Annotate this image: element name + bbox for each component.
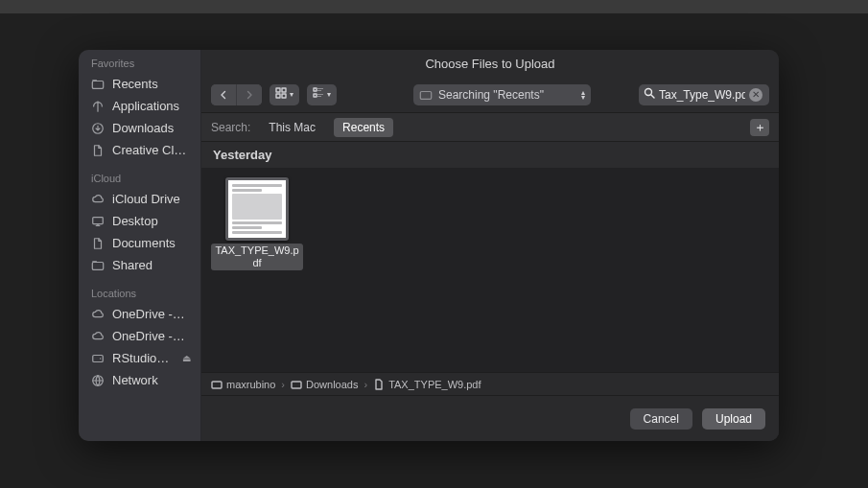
sidebar-item-icloud-drive[interactable]: iCloud Drive xyxy=(79,188,200,210)
sidebar-item-shared[interactable]: Shared xyxy=(79,254,200,276)
folder-icon xyxy=(291,379,302,390)
sidebar-item-onedrive-1[interactable]: OneDrive -… xyxy=(79,303,200,325)
svg-rect-14 xyxy=(314,94,317,97)
file-open-dialog: Favorites Recents Applications Downloads… xyxy=(79,50,779,441)
disk-icon xyxy=(91,352,105,365)
clock-folder-icon xyxy=(91,78,105,91)
sidebar-item-onedrive-2[interactable]: OneDrive -… xyxy=(79,325,200,347)
group-header: Yesterday xyxy=(201,142,779,168)
sidebar-section-icloud: iCloud xyxy=(79,165,200,188)
scope-label: Search: xyxy=(211,121,250,134)
svg-rect-7 xyxy=(276,88,280,92)
svg-rect-4 xyxy=(93,355,104,361)
main-panel: Choose Files to Upload ▾ ▾ Searc xyxy=(201,50,779,441)
clear-search-button[interactable]: ✕ xyxy=(749,88,762,102)
network-icon xyxy=(91,374,105,387)
folder-icon xyxy=(419,88,433,102)
file-icon xyxy=(373,379,385,390)
path-bar: maxrubino › Downloads › TAX_TYPE_W9.pdf xyxy=(201,372,779,395)
sidebar-label: Documents xyxy=(112,236,176,250)
path-segment-downloads[interactable]: Downloads xyxy=(291,379,358,390)
nav-forward-button[interactable] xyxy=(237,84,262,105)
view-mode-button[interactable]: ▾ xyxy=(270,84,299,105)
path-segment-user[interactable]: maxrubino xyxy=(211,379,275,390)
svg-rect-12 xyxy=(317,89,323,90)
sidebar-item-creative-cloud[interactable]: Creative Cl… xyxy=(79,139,200,161)
sidebar-label: Desktop xyxy=(112,214,158,228)
sidebar-label: Applications xyxy=(112,99,179,113)
sidebar-label: Recents xyxy=(112,77,158,91)
search-scope-bar: Search: This Mac Recents ＋ xyxy=(201,113,779,142)
sidebar-label: OneDrive -… xyxy=(112,307,185,321)
svg-rect-13 xyxy=(317,90,321,91)
svg-rect-8 xyxy=(282,88,286,92)
location-label: Searching "Recents" xyxy=(438,88,544,102)
eject-icon[interactable]: ⏏ xyxy=(182,353,191,363)
sidebar-item-desktop[interactable]: Desktop xyxy=(79,210,200,232)
svg-rect-15 xyxy=(317,95,323,96)
svg-rect-11 xyxy=(314,88,317,91)
sidebar-label: OneDrive -… xyxy=(112,329,185,343)
svg-rect-9 xyxy=(276,94,280,98)
sidebar: Favorites Recents Applications Downloads… xyxy=(79,50,201,441)
svg-rect-16 xyxy=(317,96,321,97)
file-name-label: TAX_TYPE_W9.pdf xyxy=(211,244,303,270)
sidebar-label: Network xyxy=(112,373,158,387)
downloads-icon xyxy=(91,122,105,135)
location-popup[interactable]: Searching "Recents" ▴▾ xyxy=(413,84,591,105)
sidebar-item-network[interactable]: Network xyxy=(79,369,200,391)
desktop-icon xyxy=(91,215,105,228)
grid-icon xyxy=(275,87,287,102)
add-scope-button[interactable]: ＋ xyxy=(750,119,769,136)
svg-rect-2 xyxy=(93,217,104,223)
dialog-footer: Cancel Upload xyxy=(201,395,779,441)
search-input[interactable] xyxy=(659,88,745,102)
cancel-button[interactable]: Cancel xyxy=(630,408,692,430)
sidebar-item-recents[interactable]: Recents xyxy=(79,73,200,95)
sidebar-item-documents[interactable]: Documents xyxy=(79,232,200,254)
shared-folder-icon xyxy=(91,259,105,272)
path-separator: › xyxy=(364,379,367,390)
sidebar-label: Creative Cl… xyxy=(112,143,186,157)
updown-chevron-icon: ▴▾ xyxy=(581,90,585,100)
sidebar-section-locations: Locations xyxy=(79,280,200,303)
file-item[interactable]: TAX_TYPE_W9.pdf xyxy=(211,177,303,270)
upload-button[interactable]: Upload xyxy=(702,408,765,430)
nav-back-button[interactable] xyxy=(211,84,236,105)
sidebar-item-downloads[interactable]: Downloads xyxy=(79,117,200,139)
svg-rect-20 xyxy=(292,382,301,388)
nav-segment xyxy=(211,84,262,105)
group-icon xyxy=(313,87,324,102)
sidebar-section-favorites: Favorites xyxy=(79,50,200,73)
svg-point-18 xyxy=(645,89,652,96)
scope-recents[interactable]: Recents xyxy=(334,118,393,137)
toolbar: ▾ ▾ Searching "Recents" ▴▾ ✕ xyxy=(201,77,779,113)
sidebar-label: RStudio… xyxy=(112,351,169,365)
cloud-icon xyxy=(91,308,105,321)
svg-rect-10 xyxy=(282,94,286,98)
file-browser: Yesterday TAX_TYPE_W9.pdf xyxy=(201,142,779,372)
file-icon xyxy=(91,144,105,157)
svg-rect-0 xyxy=(92,81,103,88)
cloud-icon xyxy=(91,193,105,206)
group-mode-button[interactable]: ▾ xyxy=(307,84,337,105)
sidebar-label: Shared xyxy=(112,258,152,272)
applications-icon xyxy=(91,100,105,113)
svg-rect-17 xyxy=(420,91,431,99)
search-field[interactable]: ✕ xyxy=(639,84,769,105)
sidebar-item-applications[interactable]: Applications xyxy=(79,95,200,117)
scope-this-mac[interactable]: This Mac xyxy=(260,118,324,137)
file-thumbnail xyxy=(225,177,289,241)
path-segment-file[interactable]: TAX_TYPE_W9.pdf xyxy=(373,379,481,390)
sidebar-label: Downloads xyxy=(112,121,174,135)
sidebar-label: iCloud Drive xyxy=(112,192,180,206)
sidebar-item-rstudio[interactable]: RStudio… ⏏ xyxy=(79,347,200,369)
path-separator: › xyxy=(281,379,285,390)
cloud-icon xyxy=(91,330,105,343)
chevron-down-icon: ▾ xyxy=(290,90,293,99)
document-icon xyxy=(91,237,105,250)
search-icon xyxy=(644,87,655,102)
dialog-title: Choose Files to Upload xyxy=(201,50,779,77)
folder-icon xyxy=(211,379,223,390)
svg-rect-19 xyxy=(212,382,222,388)
